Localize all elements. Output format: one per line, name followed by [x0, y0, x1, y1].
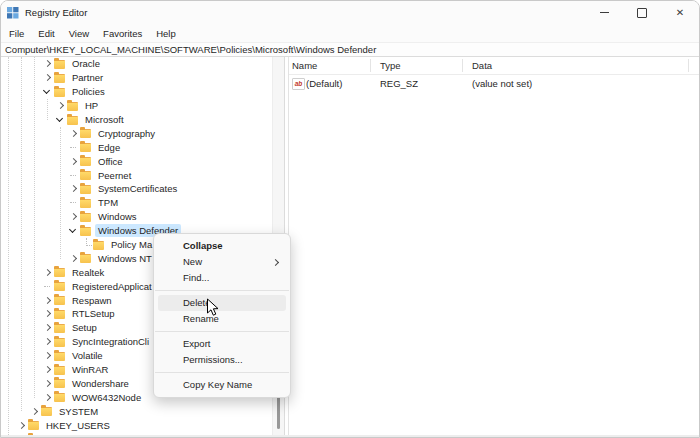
tree-item-label: SystemCertificates — [95, 182, 180, 195]
column-header-type[interactable]: Type — [380, 57, 401, 74]
list-header: Name Type Data — [289, 57, 699, 75]
tree-item-label: RegisteredApplicat — [69, 280, 155, 293]
menu-separator — [155, 290, 289, 291]
leaf-connector-icon — [42, 281, 53, 292]
values-pane: Name Type Data ab (Default) REG_SZ (valu… — [288, 57, 699, 437]
column-divider[interactable] — [370, 59, 371, 72]
main-content: Oracle Partner Policies HP Microsoft Cry… — [1, 57, 699, 437]
chevron-right-icon[interactable] — [42, 364, 53, 375]
context-menu-rename[interactable]: Rename — [158, 311, 286, 327]
tree-item-hkey-users[interactable]: HKEY_USERS — [1, 418, 273, 432]
maximize-icon — [637, 8, 647, 18]
folder-icon — [80, 157, 91, 166]
folder-icon — [54, 324, 65, 333]
chevron-right-icon[interactable] — [42, 308, 53, 319]
folder-icon — [54, 310, 65, 319]
value-row-default[interactable]: ab (Default) REG_SZ (value not set) — [289, 77, 699, 92]
context-menu-delete[interactable]: Delete — [158, 295, 286, 311]
chevron-down-icon[interactable] — [42, 86, 53, 97]
tree-item-label: Partner — [69, 71, 106, 84]
tree-item-label: Respawn — [69, 294, 115, 307]
chevron-right-icon[interactable] — [68, 128, 79, 139]
address-bar[interactable]: Computer\HKEY_LOCAL_MACHINE\SOFTWARE\Pol… — [1, 42, 699, 57]
column-divider[interactable] — [688, 59, 689, 72]
chevron-right-icon[interactable] — [42, 295, 53, 306]
context-menu: Collapse New Find... Delete Rename Expor… — [153, 233, 291, 398]
tree-item-windows[interactable]: Windows — [1, 210, 273, 224]
column-header-data[interactable]: Data — [472, 57, 492, 74]
tree-item-policies[interactable]: Policies — [1, 85, 273, 99]
tree-item-office[interactable]: Office — [1, 154, 273, 168]
tree-item-label: Wondershare — [69, 377, 132, 390]
tree-item-peernet[interactable]: Peernet — [1, 168, 273, 182]
tree-item-label: SYSTEM — [56, 405, 101, 418]
tree-item-hp[interactable]: HP — [1, 99, 273, 113]
window-controls: ✕ — [585, 1, 699, 24]
chevron-right-icon[interactable] — [68, 156, 79, 167]
close-button[interactable]: ✕ — [661, 1, 699, 24]
tree-item-label: Windows — [95, 210, 140, 223]
chevron-right-icon[interactable] — [68, 183, 79, 194]
chevron-right-icon[interactable] — [42, 350, 53, 361]
tree-item-label: Policy Ma — [108, 238, 155, 251]
menu-view[interactable]: View — [62, 28, 96, 39]
context-menu-copy-key-name[interactable]: Copy Key Name — [158, 377, 286, 393]
tree-item-edge[interactable]: Edge — [1, 140, 273, 154]
tree-item-microsoft[interactable]: Microsoft — [1, 113, 273, 127]
tree-item-label: Edge — [95, 141, 123, 154]
chevron-right-icon[interactable] — [68, 253, 79, 264]
tree-item-label: Volatile — [69, 349, 106, 362]
chevron-right-icon[interactable] — [29, 406, 40, 417]
chevron-right-icon[interactable] — [42, 322, 53, 333]
elbow-connector-icon — [81, 239, 92, 250]
maximize-button[interactable] — [623, 1, 661, 24]
menu-favorites[interactable]: Favorites — [96, 28, 149, 39]
tree-item-label: Setup — [69, 321, 100, 334]
folder-icon — [80, 227, 91, 236]
value-name: (Default) — [306, 78, 342, 90]
window-title: Registry Editor — [25, 7, 87, 18]
folder-icon — [28, 421, 39, 430]
chevron-right-icon[interactable] — [42, 392, 53, 403]
minimize-button[interactable] — [585, 1, 623, 24]
folder-icon — [80, 143, 91, 152]
tree-item-oracle[interactable]: Oracle — [1, 57, 273, 71]
tree-item-cryptography[interactable]: Cryptography — [1, 126, 273, 140]
tree-item-system[interactable]: SYSTEM — [1, 404, 273, 418]
context-menu-find[interactable]: Find... — [158, 270, 286, 286]
close-icon: ✕ — [676, 8, 684, 18]
chevron-down-icon[interactable] — [68, 225, 79, 236]
value-data: (value not set) — [472, 78, 532, 90]
folder-icon — [80, 254, 91, 263]
registry-editor-icon — [7, 7, 19, 19]
chevron-right-icon[interactable] — [55, 100, 66, 111]
context-menu-export[interactable]: Export — [158, 336, 286, 352]
submenu-arrow-icon — [272, 259, 279, 266]
chevron-right-icon[interactable] — [42, 72, 53, 83]
column-header-name[interactable]: Name — [292, 57, 317, 74]
tree-item-tpm[interactable]: TPM — [1, 196, 273, 210]
context-menu-new[interactable]: New — [158, 254, 286, 270]
chevron-right-icon[interactable] — [42, 336, 53, 347]
chevron-right-icon[interactable] — [68, 211, 79, 222]
menu-help[interactable]: Help — [149, 28, 183, 39]
chevron-right-icon[interactable] — [42, 267, 53, 278]
context-menu-collapse[interactable]: Collapse — [158, 238, 286, 254]
tree-item-label: Cryptography — [95, 127, 158, 140]
tree-item-label: TPM — [95, 196, 121, 209]
tree-item-partner[interactable]: Partner — [1, 71, 273, 85]
leaf-connector-icon — [68, 170, 79, 181]
chevron-down-icon[interactable] — [55, 114, 66, 125]
chevron-right-icon[interactable] — [42, 378, 53, 389]
chevron-right-icon[interactable] — [16, 420, 27, 431]
window-bottom-edge — [1, 435, 699, 437]
chevron-right-icon[interactable] — [42, 58, 53, 69]
value-type: REG_SZ — [380, 78, 418, 90]
folder-icon — [67, 102, 78, 111]
column-divider[interactable] — [462, 59, 463, 72]
menu-edit[interactable]: Edit — [31, 28, 61, 39]
folder-icon — [54, 366, 65, 375]
menu-file[interactable]: File — [2, 28, 31, 39]
context-menu-permissions[interactable]: Permissions... — [158, 352, 286, 368]
tree-item-systemcertificates[interactable]: SystemCertificates — [1, 182, 273, 196]
